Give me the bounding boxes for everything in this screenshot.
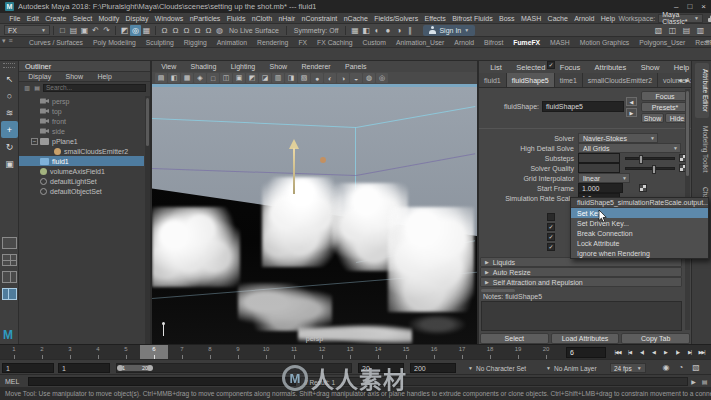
- range-slider-segment[interactable]: 1 20: [119, 365, 151, 371]
- range-start-handle[interactable]: 1: [122, 365, 125, 371]
- start-frame-field[interactable]: 1.000: [578, 183, 623, 193]
- toolbox-handle[interactable]: [3, 63, 15, 68]
- menu-item[interactable]: nConstraint: [298, 15, 340, 22]
- fps-dropdown[interactable]: 24 fps▼: [610, 363, 646, 373]
- go-to-end-button[interactable]: ▶▶|: [696, 346, 707, 358]
- range-end-handle[interactable]: 20: [142, 365, 148, 371]
- new-scene-icon[interactable]: □: [57, 25, 68, 36]
- emitter-locator[interactable]: [320, 157, 326, 163]
- show-button[interactable]: Show: [641, 113, 664, 123]
- snap-grid-icon[interactable]: Ω: [159, 25, 170, 36]
- resolution-gate-icon[interactable]: ◪: [259, 73, 271, 83]
- menu-item[interactable]: Select: [69, 15, 95, 22]
- play-forwards-button[interactable]: ▶: [660, 346, 671, 358]
- menu-item[interactable]: Help: [598, 15, 619, 22]
- timeline-frame[interactable]: 9: [224, 345, 252, 360]
- select-object-icon[interactable]: ◎: [130, 25, 141, 36]
- shelf-tab[interactable]: MASH: [545, 38, 575, 47]
- timeline-frame[interactable]: 14: [364, 345, 392, 360]
- scale-tool[interactable]: ▣: [1, 155, 18, 172]
- modeling-toolkit-icon[interactable]: ▧: [653, 25, 664, 36]
- symmetry-label[interactable]: Symmetry: Off: [294, 27, 339, 34]
- menu-item[interactable]: MASH: [518, 15, 545, 22]
- character-set-dropdown[interactable]: ▼No Character Set: [468, 363, 526, 373]
- minimize-button[interactable]: –: [674, 2, 678, 11]
- outliner-scrollbar[interactable]: [145, 96, 150, 344]
- outliner-item[interactable]: defaultObjectSet: [19, 186, 144, 196]
- timeline-frame[interactable]: 17: [448, 345, 476, 360]
- solver-quality-field[interactable]: [578, 163, 620, 173]
- current-time-field[interactable]: [566, 347, 606, 358]
- shelf-tab[interactable]: FX Caching: [312, 38, 358, 47]
- sidebar-vertical-tab[interactable]: Attribute Editor: [695, 63, 709, 118]
- menu-item[interactable]: Fluids: [224, 15, 249, 22]
- attribute-checkbox[interactable]: ✓: [547, 61, 555, 69]
- menu-item[interactable]: Edit: [24, 15, 42, 22]
- wireframe-icon[interactable]: ●: [311, 73, 323, 83]
- outliner-search-input[interactable]: [43, 84, 146, 92]
- viewport-menu-item[interactable]: Lighting: [228, 63, 259, 70]
- attribute-editor-tab[interactable]: time1: [555, 73, 583, 87]
- menu-item[interactable]: nCloth: [249, 15, 276, 22]
- viewport-menu-item[interactable]: Show: [266, 63, 290, 70]
- menu-item[interactable]: Modify: [95, 15, 122, 22]
- step-back-frame-button[interactable]: ◀|: [636, 346, 647, 358]
- range-slider-track[interactable]: 1 20: [116, 363, 352, 373]
- outliner-item[interactable]: volumeAxisField1: [19, 166, 144, 176]
- timeline-frame[interactable]: 11: [280, 345, 308, 360]
- step-forward-frame-button[interactable]: |▶: [672, 346, 683, 358]
- viewport-menu-item[interactable]: Shading: [187, 63, 219, 70]
- substeps-slider[interactable]: [625, 157, 675, 160]
- move-tool[interactable]: +: [1, 121, 18, 138]
- field-chart-icon[interactable]: ◨: [285, 73, 297, 83]
- timeline-frame[interactable]: 13: [336, 345, 364, 360]
- lasso-tool[interactable]: ○: [1, 87, 18, 104]
- timeline-frame[interactable]: 7: [168, 345, 196, 360]
- render-view-icon[interactable]: ◐: [371, 25, 382, 36]
- lock-camera-icon[interactable]: ◧: [168, 73, 180, 83]
- timeline-frame[interactable]: 16: [420, 345, 448, 360]
- shelf-tab[interactable]: Poly Modeling: [88, 38, 141, 47]
- render-settings-icon[interactable]: ▦: [349, 25, 360, 36]
- move-manipulator-axis[interactable]: [293, 148, 295, 194]
- maximize-button[interactable]: □: [687, 2, 692, 11]
- textured-icon[interactable]: ◑: [337, 73, 349, 83]
- menu-item[interactable]: nParticles: [186, 15, 223, 22]
- ipr-render-icon[interactable]: ◑: [393, 25, 404, 36]
- solver-quality-slider[interactable]: [625, 167, 675, 170]
- attribute-editor-icon[interactable]: ▥: [695, 25, 706, 36]
- safe-action-icon[interactable]: ▧: [298, 73, 310, 83]
- expand-toggle-icon[interactable]: [31, 178, 38, 185]
- layout-outliner-persp-button[interactable]: [2, 288, 17, 300]
- attribute-editor-menu-item[interactable]: List: [487, 63, 505, 72]
- attribute-editor-bottom-button[interactable]: Select: [480, 333, 549, 344]
- shelf-tab[interactable]: Arnold: [449, 38, 479, 47]
- timeline-frame[interactable]: 8: [196, 345, 224, 360]
- menu-item[interactable]: Cache: [544, 15, 571, 22]
- menu-set-dropdown[interactable]: FX▼: [4, 25, 50, 35]
- shelf-tab[interactable]: Rigging: [179, 38, 212, 47]
- menu-item[interactable]: Display: [122, 15, 151, 22]
- shaded-icon[interactable]: ◐: [324, 73, 336, 83]
- menu-item[interactable]: Bifrost Fluids: [449, 15, 496, 22]
- attribute-editor-tab[interactable]: fluidShape5: [507, 73, 555, 87]
- viewport-menu-item[interactable]: Panels: [342, 63, 370, 70]
- shelf-tab[interactable]: Polygons_User: [634, 38, 690, 47]
- attribute-editor-bottom-button[interactable]: Copy Tab: [621, 333, 690, 344]
- shelf-tab[interactable]: Bifrost: [479, 38, 508, 47]
- hypershade-icon[interactable]: ◧: [360, 25, 371, 36]
- playback-start-field[interactable]: [2, 363, 54, 373]
- node-name-field[interactable]: fluidShape5: [542, 101, 624, 112]
- sidebar-vertical-tab[interactable]: Modeling Toolkit: [695, 120, 709, 179]
- layout-single-button[interactable]: [2, 237, 17, 249]
- shelf-tab[interactable]: Curves / Surfaces: [24, 38, 88, 47]
- viewport-scene[interactable]: persp: [152, 87, 477, 344]
- timeline-frame[interactable]: 2: [28, 345, 56, 360]
- outliner-menu-item[interactable]: Help: [94, 73, 115, 80]
- shadows-icon[interactable]: ◍: [363, 73, 375, 83]
- context-menu-item[interactable]: Set Driven Key...: [571, 218, 708, 228]
- outliner-menu-item[interactable]: Display: [25, 73, 54, 80]
- menu-item[interactable]: Fields/Solvers: [371, 15, 421, 22]
- timeline-frame[interactable]: 20: [532, 345, 560, 360]
- timeline-frame[interactable]: 4: [84, 345, 112, 360]
